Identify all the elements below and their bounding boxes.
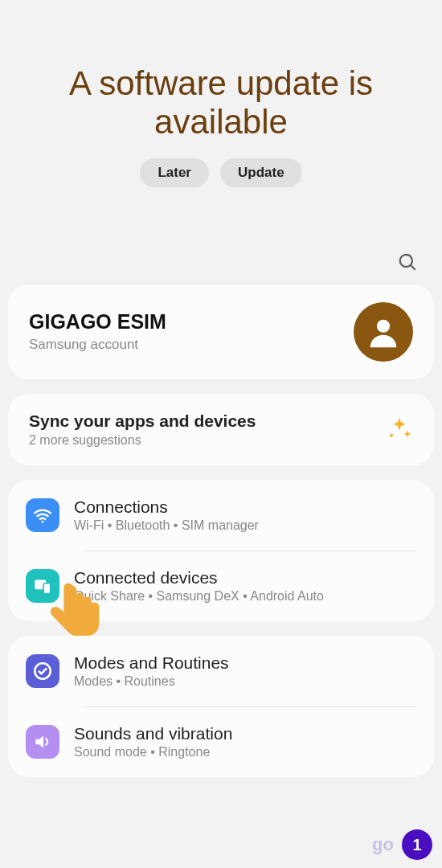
footer-badges: go 1 [372, 829, 432, 860]
update-title: A software update is available [16, 64, 426, 142]
svg-rect-5 [43, 583, 51, 593]
settings-item-connections[interactable]: Connections Wi-Fi • Bluetooth • SIM mana… [8, 480, 434, 551]
suggestion-card[interactable]: Sync your apps and devices 2 more sugges… [8, 394, 434, 465]
settings-item-connected-devices[interactable]: Connected devices Quick Share • Samsung … [8, 551, 434, 621]
item-title: Connected devices [74, 568, 416, 588]
settings-item-modes[interactable]: Modes and Routines Modes • Routines [8, 636, 434, 706]
account-name: GIGAGO ESIM [29, 310, 354, 334]
sound-icon [26, 725, 59, 759]
account-card[interactable]: GIGAGO ESIM Samsung account [8, 285, 434, 379]
update-banner: A software update is available Later Upd… [0, 0, 442, 211]
svg-point-3 [42, 520, 44, 522]
svg-point-0 [400, 254, 412, 266]
account-sub: Samsung account [29, 337, 354, 353]
item-sub: Sound mode • Ringtone [74, 745, 416, 760]
avatar[interactable] [354, 302, 413, 362]
search-icon[interactable] [397, 252, 418, 272]
devices-icon [26, 569, 59, 603]
item-title: Modes and Routines [74, 653, 416, 673]
search-row [0, 211, 442, 285]
go-badge: go [372, 834, 394, 855]
settings-group-1: Modes and Routines Modes • Routines Soun… [8, 636, 434, 777]
step-badge: 1 [402, 829, 432, 860]
suggestion-sub: 2 more suggestions [29, 433, 386, 448]
item-sub: Modes • Routines [74, 674, 416, 689]
later-button[interactable]: Later [140, 158, 209, 187]
svg-point-2 [377, 319, 390, 332]
item-title: Connections [74, 497, 416, 517]
settings-group-0: Connections Wi-Fi • Bluetooth • SIM mana… [8, 480, 434, 621]
item-sub: Wi-Fi • Bluetooth • SIM manager [74, 518, 416, 533]
svg-line-1 [411, 265, 415, 269]
update-button[interactable]: Update [220, 158, 302, 187]
sparkle-icon [386, 416, 413, 443]
person-icon [365, 313, 402, 350]
check-circle-icon [26, 654, 59, 688]
item-sub: Quick Share • Samsung DeX • Android Auto [74, 589, 416, 604]
settings-item-sounds[interactable]: Sounds and vibration Sound mode • Ringto… [8, 706, 434, 777]
suggestion-title: Sync your apps and devices [29, 411, 386, 431]
update-actions: Later Update [16, 158, 426, 187]
item-title: Sounds and vibration [74, 724, 416, 743]
wifi-icon [26, 498, 59, 532]
